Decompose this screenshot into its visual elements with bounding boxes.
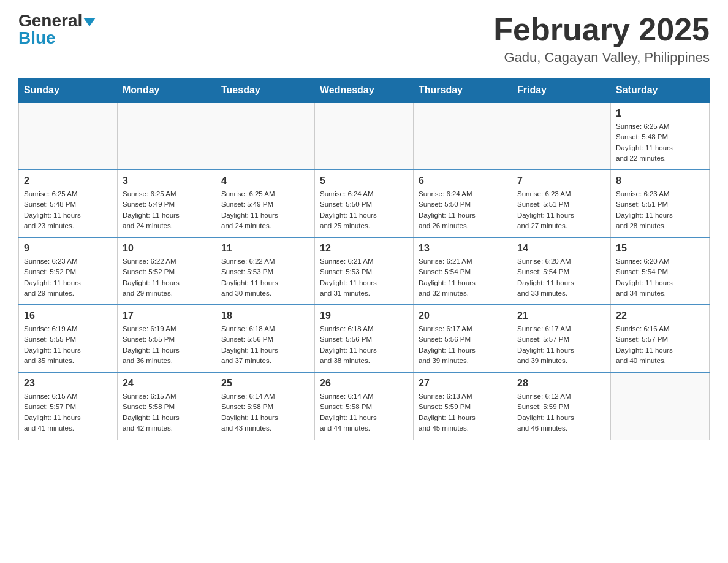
calendar-cell: 3Sunrise: 6:25 AMSunset: 5:49 PMDaylight… <box>118 170 216 237</box>
calendar-cell: 18Sunrise: 6:18 AMSunset: 5:56 PMDayligh… <box>216 305 315 372</box>
day-info: Sunrise: 6:21 AMSunset: 5:54 PMDaylight:… <box>419 256 507 299</box>
day-number: 1 <box>616 108 704 119</box>
calendar-cell <box>118 102 216 170</box>
day-number: 13 <box>419 243 507 254</box>
day-info: Sunrise: 6:15 AMSunset: 5:58 PMDaylight:… <box>123 391 211 434</box>
day-number: 21 <box>517 310 605 321</box>
day-number: 22 <box>616 310 704 321</box>
day-header-tuesday: Tuesday <box>216 79 315 103</box>
day-number: 28 <box>517 378 605 389</box>
day-number: 8 <box>616 175 704 186</box>
calendar-week-0: 1Sunrise: 6:25 AMSunset: 5:48 PMDaylight… <box>19 102 710 170</box>
day-info: Sunrise: 6:25 AMSunset: 5:49 PMDaylight:… <box>123 189 211 231</box>
day-info: Sunrise: 6:25 AMSunset: 5:48 PMDaylight:… <box>24 189 112 231</box>
calendar-cell: 15Sunrise: 6:20 AMSunset: 5:54 PMDayligh… <box>611 237 710 305</box>
day-info: Sunrise: 6:15 AMSunset: 5:57 PMDaylight:… <box>24 391 112 434</box>
day-number: 20 <box>419 310 507 321</box>
day-info: Sunrise: 6:19 AMSunset: 5:55 PMDaylight:… <box>24 324 112 366</box>
day-number: 25 <box>221 378 309 389</box>
calendar-cell: 22Sunrise: 6:16 AMSunset: 5:57 PMDayligh… <box>611 305 710 372</box>
day-number: 19 <box>320 310 408 321</box>
calendar-header-row: SundayMondayTuesdayWednesdayThursdayFrid… <box>19 79 710 103</box>
day-info: Sunrise: 6:23 AMSunset: 5:51 PMDaylight:… <box>616 189 704 231</box>
day-info: Sunrise: 6:12 AMSunset: 5:59 PMDaylight:… <box>517 391 605 434</box>
day-info: Sunrise: 6:21 AMSunset: 5:53 PMDaylight:… <box>320 256 408 299</box>
calendar-cell: 20Sunrise: 6:17 AMSunset: 5:56 PMDayligh… <box>414 305 512 372</box>
day-info: Sunrise: 6:25 AMSunset: 5:48 PMDaylight:… <box>616 121 704 164</box>
day-info: Sunrise: 6:14 AMSunset: 5:58 PMDaylight:… <box>221 391 309 434</box>
calendar-cell: 21Sunrise: 6:17 AMSunset: 5:57 PMDayligh… <box>512 305 611 372</box>
day-header-thursday: Thursday <box>414 79 512 103</box>
day-header-saturday: Saturday <box>611 79 710 103</box>
day-info: Sunrise: 6:23 AMSunset: 5:51 PMDaylight:… <box>517 189 605 231</box>
calendar-cell: 11Sunrise: 6:22 AMSunset: 5:53 PMDayligh… <box>216 237 315 305</box>
calendar-cell: 5Sunrise: 6:24 AMSunset: 5:50 PMDaylight… <box>315 170 414 237</box>
day-info: Sunrise: 6:14 AMSunset: 5:58 PMDaylight:… <box>320 391 408 434</box>
day-number: 15 <box>616 243 704 254</box>
calendar-cell: 23Sunrise: 6:15 AMSunset: 5:57 PMDayligh… <box>19 372 118 440</box>
day-number: 3 <box>123 175 211 186</box>
location-title: Gadu, Cagayan Valley, Philippines <box>493 50 710 66</box>
day-info: Sunrise: 6:17 AMSunset: 5:56 PMDaylight:… <box>419 324 507 366</box>
day-number: 23 <box>24 378 112 389</box>
day-number: 4 <box>221 175 309 186</box>
day-info: Sunrise: 6:13 AMSunset: 5:59 PMDaylight:… <box>419 391 507 434</box>
day-info: Sunrise: 6:18 AMSunset: 5:56 PMDaylight:… <box>320 324 408 366</box>
calendar-cell: 19Sunrise: 6:18 AMSunset: 5:56 PMDayligh… <box>315 305 414 372</box>
day-number: 16 <box>24 310 112 321</box>
calendar-cell: 4Sunrise: 6:25 AMSunset: 5:49 PMDaylight… <box>216 170 315 237</box>
day-info: Sunrise: 6:25 AMSunset: 5:49 PMDaylight:… <box>221 189 309 231</box>
calendar-week-2: 9Sunrise: 6:23 AMSunset: 5:52 PMDaylight… <box>19 237 710 305</box>
day-info: Sunrise: 6:20 AMSunset: 5:54 PMDaylight:… <box>517 256 605 299</box>
month-title: February 2025 <box>493 12 710 47</box>
calendar-cell <box>216 102 315 170</box>
day-info: Sunrise: 6:17 AMSunset: 5:57 PMDaylight:… <box>517 324 605 366</box>
logo-triangle-icon <box>83 18 96 26</box>
day-info: Sunrise: 6:20 AMSunset: 5:54 PMDaylight:… <box>616 256 704 299</box>
calendar-cell <box>19 102 118 170</box>
day-info: Sunrise: 6:22 AMSunset: 5:52 PMDaylight:… <box>123 256 211 299</box>
day-number: 26 <box>320 378 408 389</box>
day-number: 18 <box>221 310 309 321</box>
day-info: Sunrise: 6:23 AMSunset: 5:52 PMDaylight:… <box>24 256 112 299</box>
day-number: 24 <box>123 378 211 389</box>
calendar-cell: 12Sunrise: 6:21 AMSunset: 5:53 PMDayligh… <box>315 237 414 305</box>
day-info: Sunrise: 6:19 AMSunset: 5:55 PMDaylight:… <box>123 324 211 366</box>
day-number: 6 <box>419 175 507 186</box>
calendar-cell <box>414 102 512 170</box>
logo-general-text: General <box>18 11 82 30</box>
calendar-cell: 6Sunrise: 6:24 AMSunset: 5:50 PMDaylight… <box>414 170 512 237</box>
calendar-cell: 25Sunrise: 6:14 AMSunset: 5:58 PMDayligh… <box>216 372 315 440</box>
calendar-cell: 10Sunrise: 6:22 AMSunset: 5:52 PMDayligh… <box>118 237 216 305</box>
logo-blue-text: Blue <box>18 29 56 47</box>
day-number: 10 <box>123 243 211 254</box>
calendar-week-1: 2Sunrise: 6:25 AMSunset: 5:48 PMDaylight… <box>19 170 710 237</box>
day-number: 17 <box>123 310 211 321</box>
calendar-cell: 17Sunrise: 6:19 AMSunset: 5:55 PMDayligh… <box>118 305 216 372</box>
calendar-cell: 14Sunrise: 6:20 AMSunset: 5:54 PMDayligh… <box>512 237 611 305</box>
day-header-friday: Friday <box>512 79 611 103</box>
day-number: 9 <box>24 243 112 254</box>
calendar-cell: 13Sunrise: 6:21 AMSunset: 5:54 PMDayligh… <box>414 237 512 305</box>
day-info: Sunrise: 6:24 AMSunset: 5:50 PMDaylight:… <box>419 189 507 231</box>
day-number: 2 <box>24 175 112 186</box>
calendar-week-3: 16Sunrise: 6:19 AMSunset: 5:55 PMDayligh… <box>19 305 710 372</box>
calendar-cell: 27Sunrise: 6:13 AMSunset: 5:59 PMDayligh… <box>414 372 512 440</box>
day-number: 11 <box>221 243 309 254</box>
page-header: General Blue February 2025 Gadu, Cagayan… <box>18 12 710 66</box>
calendar-cell: 16Sunrise: 6:19 AMSunset: 5:55 PMDayligh… <box>19 305 118 372</box>
calendar-cell: 2Sunrise: 6:25 AMSunset: 5:48 PMDaylight… <box>19 170 118 237</box>
calendar-cell <box>315 102 414 170</box>
title-section: February 2025 Gadu, Cagayan Valley, Phil… <box>493 12 710 66</box>
calendar-cell: 28Sunrise: 6:12 AMSunset: 5:59 PMDayligh… <box>512 372 611 440</box>
day-number: 7 <box>517 175 605 186</box>
day-info: Sunrise: 6:22 AMSunset: 5:53 PMDaylight:… <box>221 256 309 299</box>
calendar-table: SundayMondayTuesdayWednesdayThursdayFrid… <box>18 78 710 440</box>
calendar-cell: 26Sunrise: 6:14 AMSunset: 5:58 PMDayligh… <box>315 372 414 440</box>
day-number: 5 <box>320 175 408 186</box>
calendar-cell: 1Sunrise: 6:25 AMSunset: 5:48 PMDaylight… <box>611 102 710 170</box>
day-info: Sunrise: 6:24 AMSunset: 5:50 PMDaylight:… <box>320 189 408 231</box>
day-header-monday: Monday <box>118 79 216 103</box>
day-number: 27 <box>419 378 507 389</box>
day-info: Sunrise: 6:18 AMSunset: 5:56 PMDaylight:… <box>221 324 309 366</box>
